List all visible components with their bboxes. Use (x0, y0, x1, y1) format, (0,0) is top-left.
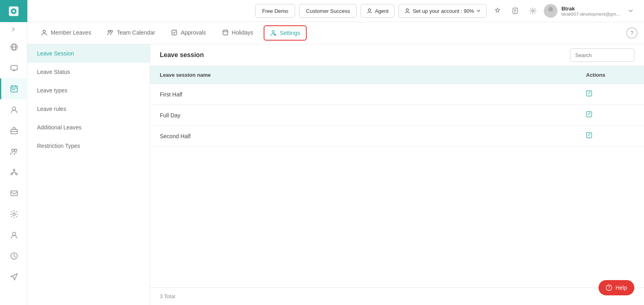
help-icon: ? (606, 285, 612, 291)
svg-point-2 (12, 10, 15, 12)
svg-rect-13 (14, 89, 15, 90)
svg-point-27 (12, 232, 16, 235)
people-tab-icon (107, 29, 114, 36)
svg-point-35 (532, 10, 534, 12)
content-area: Leave Session Leave Status Leave types L… (27, 44, 644, 305)
svg-point-30 (406, 9, 409, 11)
app-logo[interactable] (0, 0, 27, 22)
panel-footer: 3 Total (150, 287, 644, 305)
nav-item-leave-session[interactable]: Leave Session (27, 44, 150, 63)
sidebar-item-briefcase[interactable] (0, 120, 27, 141)
avatar (544, 4, 557, 18)
setup-account-button[interactable]: Set up your account : 90% (398, 4, 486, 18)
panel-header: Leave session (150, 44, 644, 66)
table-row: Full Day (150, 105, 644, 126)
top-header: Free Demo Customer Success Agent Set up … (27, 0, 644, 22)
svg-line-24 (14, 172, 17, 173)
sidebar-nav (0, 37, 27, 305)
svg-rect-42 (223, 30, 228, 35)
tab-holidays-label: Holidays (232, 29, 254, 36)
sidebar-item-mail[interactable] (0, 183, 27, 204)
svg-rect-41 (172, 30, 177, 35)
gear-icon-button[interactable] (526, 4, 540, 18)
help-circle-icon[interactable]: ? (626, 27, 638, 39)
sidebar-item-calendar[interactable] (0, 78, 27, 99)
svg-point-26 (13, 213, 15, 215)
search-input[interactable] (570, 48, 634, 62)
svg-point-37 (548, 7, 553, 12)
nav-item-leave-types[interactable]: Leave types (27, 81, 150, 100)
nav-item-additional-leaves[interactable]: Additional Leaves (27, 118, 150, 137)
edit-icon-first-half[interactable] (586, 91, 592, 98)
sidebar-item-send[interactable] (0, 266, 27, 287)
row-name-second-half: Second Half (160, 133, 586, 139)
sidebar-item-person2[interactable] (0, 225, 27, 246)
svg-point-39 (108, 31, 110, 33)
person-icon (405, 8, 410, 14)
col-header-name: Leave session name (160, 72, 586, 78)
sidebar-item-tv[interactable] (0, 57, 27, 78)
row-actions-second-half (586, 132, 634, 140)
svg-rect-6 (11, 66, 17, 70)
sidebar-item-org[interactable] (0, 162, 27, 183)
sidebar-item-settings[interactable] (0, 204, 27, 225)
svg-rect-25 (11, 191, 17, 196)
agent-button[interactable]: Agent (361, 4, 394, 18)
tab-team-calendar[interactable]: Team Calendar (100, 22, 162, 44)
nav-item-leave-status[interactable]: Leave Status (27, 63, 150, 81)
free-demo-button[interactable]: Free Demo (255, 4, 295, 18)
settings-person-tab-icon (270, 30, 277, 36)
tab-approvals-label: Approvals (181, 29, 206, 36)
svg-point-20 (11, 173, 12, 175)
left-nav: Leave Session Leave Status Leave types L… (27, 44, 150, 305)
user-chevron-icon-button[interactable] (624, 4, 638, 18)
row-actions-full-day (586, 111, 634, 119)
help-button[interactable]: ? Help (599, 280, 634, 295)
nav-item-restriction-types[interactable]: Restriction Types (27, 137, 150, 155)
sidebar-expand-btn[interactable] (0, 22, 27, 37)
svg-point-17 (12, 149, 14, 151)
alert-icon-button[interactable] (491, 4, 504, 18)
table-header: Leave session name Actions (150, 66, 644, 84)
tab-settings[interactable]: Settings (264, 25, 307, 41)
tab-team-calendar-label: Team Calendar (117, 29, 155, 36)
tab-member-leaves-label: Member Leaves (51, 29, 91, 36)
user-email: btrak607-development@gm... (561, 12, 620, 16)
row-name-first-half: First Half (160, 91, 586, 98)
svg-rect-8 (11, 86, 17, 92)
edit-icon-second-half[interactable] (586, 133, 592, 140)
icon-sidebar (0, 0, 27, 305)
tab-approvals[interactable]: Approvals (164, 22, 213, 44)
sidebar-item-globe[interactable] (0, 37, 27, 57)
edit-icon-full-day[interactable] (586, 112, 592, 119)
sidebar-item-person[interactable] (0, 99, 27, 120)
tab-bar: Member Leaves Team Calendar Approvals Ho… (27, 22, 644, 44)
nav-item-leave-rules[interactable]: Leave rules (27, 100, 150, 118)
main-panel: Leave session Leave session name Actions… (150, 44, 644, 305)
customer-success-button[interactable]: Customer Success (299, 4, 357, 18)
agent-icon (367, 8, 372, 14)
svg-text:?: ? (608, 286, 610, 290)
row-actions-first-half (586, 90, 634, 98)
main-area: Free Demo Customer Success Agent Set up … (27, 0, 644, 305)
table-row: Second Half (150, 126, 644, 147)
svg-point-21 (16, 173, 17, 175)
person-tab-icon (41, 29, 47, 36)
chevron-down-icon (477, 9, 481, 13)
svg-point-38 (43, 30, 45, 33)
user-info[interactable]: Btrak btrak607-development@gm... (561, 6, 620, 16)
document-icon-button[interactable] (508, 4, 522, 18)
svg-point-40 (111, 31, 113, 33)
calendar-tab-icon (222, 29, 229, 36)
svg-point-19 (13, 169, 15, 171)
sidebar-item-team[interactable] (0, 141, 27, 162)
svg-point-46 (272, 31, 275, 33)
col-header-actions: Actions (586, 72, 634, 78)
table-row: First Half (150, 84, 644, 105)
svg-point-18 (14, 149, 17, 151)
tab-member-leaves[interactable]: Member Leaves (34, 22, 98, 44)
panel-title: Leave session (160, 51, 570, 59)
sidebar-item-clock[interactable] (0, 246, 27, 266)
tab-holidays[interactable]: Holidays (215, 22, 261, 44)
total-count: 3 Total (160, 293, 175, 299)
